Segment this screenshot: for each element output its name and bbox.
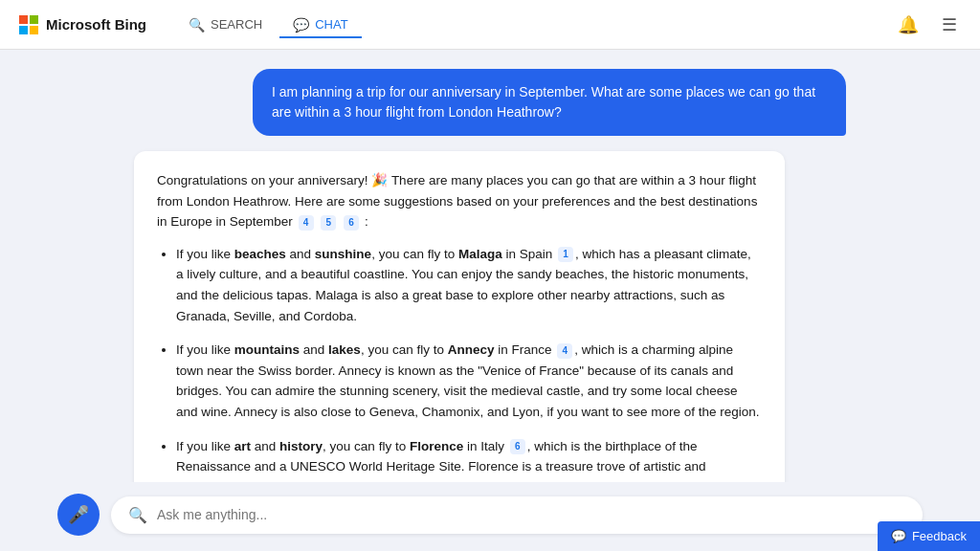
mic-icon: 🎤 <box>68 504 89 525</box>
badge-1[interactable]: 1 <box>558 247 573 262</box>
feedback-icon: 💬 <box>891 529 906 543</box>
suggestions-list: If you like beaches and sunshine, you ca… <box>157 244 762 482</box>
microsoft-logo <box>19 15 38 34</box>
feedback-label: Feedback <box>912 529 967 543</box>
search-nav-label: SEARCH <box>211 17 262 32</box>
suggestion-item-3: If you like art and history, you can fly… <box>176 436 762 482</box>
user-message: I am planning a trip for our anniversary… <box>253 69 846 136</box>
badge-5[interactable]: 5 <box>321 215 336 231</box>
search-input[interactable] <box>157 507 905 522</box>
suggestion-item-1: If you like beaches and sunshine, you ca… <box>176 244 762 326</box>
badge-6-florence[interactable]: 6 <box>510 439 525 454</box>
badge-4[interactable]: 4 <box>299 215 314 231</box>
bot-intro-content: Congratulations on your anniversary! 🎉 T… <box>157 173 757 229</box>
nav-search[interactable]: 🔍 SEARCH <box>175 11 276 38</box>
suggestion-item-2: If you like mountains and lakes, you can… <box>176 340 762 422</box>
feedback-button[interactable]: 💬 Feedback <box>878 521 980 551</box>
menu-button[interactable]: ☰ <box>938 11 961 39</box>
logo-text: Microsoft Bing <box>46 16 146 33</box>
chat-area: I am planning a trip for our anniversary… <box>0 50 980 482</box>
logo-area: Microsoft Bing <box>19 15 146 34</box>
search-icon: 🔍 <box>128 506 147 524</box>
input-area: 🎤 🔍 <box>0 482 980 551</box>
badge-6-intro[interactable]: 6 <box>344 215 359 231</box>
nav-chat[interactable]: 💬 CHAT <box>279 11 361 38</box>
bot-intro-text: Congratulations on your anniversary! 🎉 T… <box>157 170 762 232</box>
notification-button[interactable]: 🔔 <box>894 11 923 39</box>
search-nav-icon: 🔍 <box>189 17 205 33</box>
header: Microsoft Bing 🔍 SEARCH 💬 CHAT 🔔 ☰ <box>0 0 980 50</box>
mic-button[interactable]: 🎤 <box>57 494 100 536</box>
main-content: I am planning a trip for our anniversary… <box>0 50 980 551</box>
nav: 🔍 SEARCH 💬 CHAT <box>175 11 362 38</box>
badge-4-annecy[interactable]: 4 <box>557 343 572 359</box>
search-input-wrap: 🔍 <box>111 496 923 534</box>
header-right: 🔔 ☰ <box>894 11 961 39</box>
bot-response: Congratulations on your anniversary! 🎉 T… <box>134 151 785 482</box>
chat-nav-label: CHAT <box>315 17 347 32</box>
chat-nav-icon: 💬 <box>293 17 309 33</box>
